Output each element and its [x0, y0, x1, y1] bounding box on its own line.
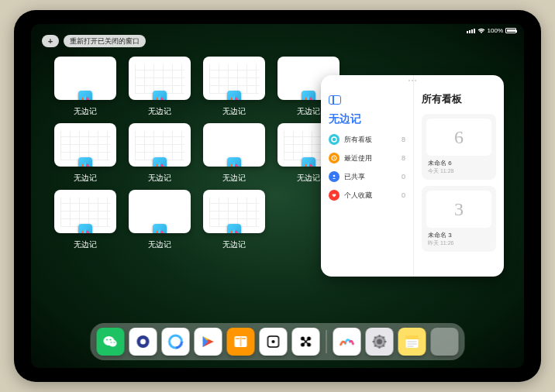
window-label: 无边记 — [203, 106, 265, 117]
panel-handle-icon — [408, 80, 416, 81]
window-tile[interactable]: 无边记 — [203, 57, 265, 117]
sidebar-item-label: 所有看板 — [344, 135, 397, 145]
books-app-icon[interactable] — [227, 328, 255, 356]
quark-app-icon[interactable] — [129, 328, 157, 356]
window-tile[interactable]: 无边记 — [203, 123, 265, 184]
ipad-frame: 100% + 重新打开已关闭的窗口 无边记无边记无边记无边记无边记无边记无边记无… — [14, 10, 541, 382]
freeform-app-icon — [227, 91, 241, 100]
sidebar-item-count: 0 — [402, 173, 405, 181]
board-card[interactable]: 6 未命名 6 今天 11:28 — [422, 114, 496, 180]
board-meta: 未命名 6 今天 11:28 — [426, 156, 491, 175]
dock-folder[interactable] — [431, 328, 459, 356]
board-time: 今天 11:28 — [428, 167, 490, 175]
window-label: 无边记 — [129, 173, 191, 184]
svg-point-6 — [110, 339, 112, 341]
svg-point-24 — [377, 339, 382, 345]
window-thumbnail — [129, 123, 191, 167]
svg-rect-26 — [406, 335, 419, 339]
sidebar-item[interactable]: 已共享 0 — [329, 171, 405, 182]
freeform-app-icon — [153, 157, 167, 167]
sidebar-toggle-icon[interactable] — [329, 95, 341, 105]
sidebar-item-count: 0 — [402, 191, 405, 199]
new-window-button[interactable]: + — [42, 35, 59, 47]
window-thumbnail — [54, 57, 116, 100]
heart-icon — [329, 190, 340, 201]
window-tile[interactable]: 无边记 — [203, 190, 265, 250]
notes-app-icon[interactable] — [398, 328, 426, 356]
wifi-icon — [477, 28, 485, 34]
window-label: 无边记 — [129, 106, 191, 117]
svg-point-0 — [332, 137, 336, 142]
window-tile[interactable]: 无边记 — [129, 190, 191, 250]
window-thumbnail — [203, 57, 265, 100]
battery-percent: 100% — [488, 27, 503, 34]
settings-app-icon[interactable] — [366, 328, 394, 356]
play-app-icon[interactable] — [195, 328, 222, 356]
panel-sidebar: 无边记 所有看板 8 最近使用 8 已共享 0 个人收藏 0 — [321, 75, 414, 277]
freeform-app-icon — [302, 91, 315, 100]
window-label: 无边记 — [54, 239, 116, 250]
signal-icon — [467, 29, 475, 33]
window-tile[interactable]: 无边记 — [54, 123, 116, 184]
window-tile[interactable]: 无边记 — [129, 57, 191, 117]
window-label: 无边记 — [203, 173, 265, 184]
board-meta: 未命名 3 昨天 11:26 — [426, 228, 491, 247]
freeform-app-icon — [227, 157, 241, 167]
freeform-app-icon — [153, 91, 167, 100]
svg-point-7 — [111, 342, 112, 343]
ipad-screen: 100% + 重新打开已关闭的窗口 无边记无边记无边记无边记无边记无边记无边记无… — [31, 24, 524, 368]
window-label: 无边记 — [54, 173, 116, 184]
clock-icon — [329, 153, 340, 163]
window-thumbnail — [203, 123, 265, 167]
window-thumbnail — [203, 190, 265, 233]
svg-point-4 — [109, 340, 117, 347]
svg-rect-15 — [242, 338, 246, 339]
sidebar-item-count: 8 — [402, 136, 405, 143]
window-label: 无边记 — [54, 106, 116, 117]
person-icon — [329, 171, 340, 182]
wechat-app-icon[interactable] — [97, 328, 125, 356]
svg-point-5 — [106, 339, 108, 341]
window-tile[interactable]: 无边记 — [54, 190, 116, 250]
freeform-app-icon[interactable] — [333, 328, 361, 356]
window-thumbnail — [54, 123, 116, 167]
dock — [91, 323, 465, 360]
sidebar-item[interactable]: 个人收藏 0 — [329, 190, 405, 201]
dice-app-icon[interactable] — [260, 328, 288, 356]
svg-point-10 — [140, 339, 146, 345]
freeform-panel[interactable]: 无边记 所有看板 8 最近使用 8 已共享 0 个人收藏 0 所有看板 6 未命… — [321, 75, 504, 277]
circle-icon — [329, 134, 340, 145]
window-label: 无边记 — [129, 239, 191, 250]
sidebar-item[interactable]: 最近使用 8 — [329, 153, 405, 163]
connect-app-icon[interactable] — [292, 328, 320, 356]
sidebar-item[interactable]: 所有看板 8 — [329, 134, 405, 145]
window-grid: 无边记无边记无边记无边记无边记无边记无边记无边记无边记无边记无边记 — [54, 57, 341, 250]
window-thumbnail — [54, 190, 116, 233]
board-thumbnail: 3 — [426, 191, 491, 228]
panel-main-title: 所有看板 — [422, 92, 496, 106]
sidebar-item-label: 最近使用 — [344, 153, 397, 163]
freeform-app-icon — [227, 224, 241, 233]
sidebar-item-count: 8 — [402, 154, 405, 162]
qq-browser-app-icon[interactable] — [162, 328, 190, 356]
window-thumbnail — [129, 190, 191, 233]
window-tile[interactable]: 无边记 — [54, 57, 116, 117]
top-controls: + 重新打开已关闭的窗口 — [42, 35, 146, 47]
svg-point-17 — [272, 340, 275, 343]
sidebar-item-label: 个人收藏 — [344, 191, 397, 201]
board-name: 未命名 3 — [428, 231, 490, 239]
board-thumbnail: 6 — [426, 119, 491, 156]
window-tile[interactable]: 无边记 — [129, 123, 191, 184]
battery-icon — [505, 28, 516, 33]
status-bar: 100% — [467, 27, 516, 34]
panel-main: 所有看板 6 未命名 6 今天 11:28 3 未命名 3 昨天 11:26 — [414, 75, 504, 277]
panel-sidebar-title: 无边记 — [329, 112, 405, 126]
freeform-app-icon — [153, 224, 167, 233]
board-time: 昨天 11:26 — [428, 239, 490, 247]
sidebar-item-label: 已共享 — [344, 172, 397, 182]
svg-rect-14 — [236, 338, 240, 339]
board-card[interactable]: 3 未命名 3 昨天 11:26 — [422, 186, 496, 252]
board-name: 未命名 6 — [428, 159, 490, 167]
freeform-app-icon — [78, 91, 92, 100]
reopen-closed-button[interactable]: 重新打开已关闭的窗口 — [64, 35, 146, 47]
